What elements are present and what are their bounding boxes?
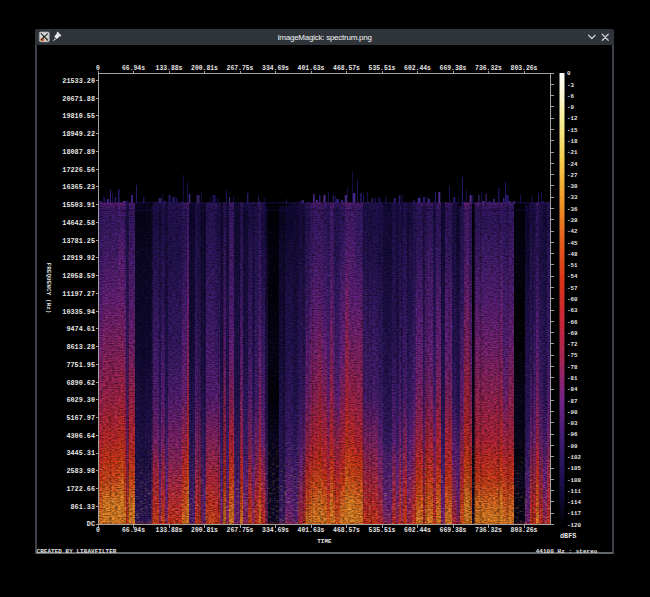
svg-text:2583.98: 2583.98 — [66, 467, 95, 475]
svg-text:-108: -108 — [567, 477, 581, 484]
svg-text:13781.25: 13781.25 — [62, 237, 95, 245]
svg-text:15503.91: 15503.91 — [62, 201, 95, 209]
svg-text:-60: -60 — [567, 296, 578, 303]
svg-text:-54: -54 — [567, 273, 578, 280]
svg-text:TIME: TIME — [317, 538, 332, 545]
svg-text:5167.97: 5167.97 — [66, 414, 95, 422]
svg-text:1722.66: 1722.66 — [66, 485, 95, 493]
svg-text:7751.95: 7751.95 — [66, 361, 95, 369]
svg-text:-81: -81 — [567, 375, 578, 382]
svg-text:267.75s: 267.75s — [227, 527, 254, 534]
svg-text:-36: -36 — [567, 206, 578, 213]
svg-text:-78: -78 — [567, 364, 578, 371]
svg-text:12058.59: 12058.59 — [62, 272, 95, 280]
svg-text:6029.30: 6029.30 — [66, 396, 95, 404]
svg-text:535.51s: 535.51s — [369, 65, 396, 72]
svg-text:-72: -72 — [567, 341, 578, 348]
svg-text:-102: -102 — [567, 454, 581, 461]
svg-text:10335.94: 10335.94 — [62, 308, 95, 316]
svg-text:-15: -15 — [567, 127, 578, 134]
svg-text:-57: -57 — [567, 285, 578, 292]
svg-text:133.88s: 133.88s — [156, 65, 183, 72]
svg-text:-24: -24 — [567, 161, 578, 168]
svg-text:602.44s: 602.44s — [404, 527, 431, 534]
svg-text:267.75s: 267.75s — [227, 65, 254, 72]
svg-text:DC: DC — [87, 520, 95, 528]
svg-text:-75: -75 — [567, 352, 578, 359]
svg-text:44100 Hz : stereo: 44100 Hz : stereo — [536, 548, 598, 555]
svg-text:-33: -33 — [567, 194, 578, 201]
svg-text:-51: -51 — [567, 262, 578, 269]
svg-text:-90: -90 — [567, 409, 578, 416]
svg-text:-105: -105 — [567, 465, 581, 472]
svg-text:0: 0 — [96, 65, 100, 72]
svg-text:11197.27: 11197.27 — [62, 290, 95, 298]
svg-text:8613.28: 8613.28 — [66, 343, 95, 351]
svg-text:669.38s: 669.38s — [440, 65, 467, 72]
svg-text:-66: -66 — [567, 319, 578, 326]
svg-text:-96: -96 — [567, 431, 578, 438]
svg-text:19810.55: 19810.55 — [62, 112, 95, 120]
svg-text:-93: -93 — [567, 420, 578, 427]
svg-text:133.88s: 133.88s — [156, 527, 183, 534]
svg-text:14642.58: 14642.58 — [62, 219, 95, 227]
svg-text:-111: -111 — [567, 488, 581, 495]
svg-text:dBFS: dBFS — [560, 532, 576, 540]
svg-text:-99: -99 — [567, 443, 578, 450]
svg-text:-9: -9 — [567, 104, 574, 111]
svg-text:401.63s: 401.63s — [298, 65, 325, 72]
svg-text:66.94s: 66.94s — [122, 527, 145, 534]
svg-text:18949.22: 18949.22 — [62, 130, 95, 138]
svg-text:18087.89: 18087.89 — [62, 148, 95, 156]
svg-text:-48: -48 — [567, 251, 578, 258]
svg-text:4306.64: 4306.64 — [66, 432, 95, 440]
svg-text:0: 0 — [567, 70, 571, 77]
svg-text:861.33: 861.33 — [71, 503, 95, 511]
svg-text:-21: -21 — [567, 149, 578, 156]
svg-text:0: 0 — [96, 527, 100, 534]
svg-text:-63: -63 — [567, 307, 578, 314]
svg-text:-117: -117 — [567, 510, 581, 517]
svg-text:669.38s: 669.38s — [440, 527, 467, 534]
svg-text:6890.62: 6890.62 — [66, 379, 95, 387]
svg-text:3445.31: 3445.31 — [66, 449, 95, 457]
svg-text:-87: -87 — [567, 398, 578, 405]
svg-text:FREQUENCY (Hz): FREQUENCY (Hz) — [45, 263, 52, 314]
svg-text:-39: -39 — [567, 217, 578, 224]
svg-text:-69: -69 — [567, 330, 578, 337]
svg-text:200.81s: 200.81s — [191, 527, 218, 534]
svg-text:17226.56: 17226.56 — [62, 166, 95, 174]
svg-text:20671.88: 20671.88 — [62, 95, 95, 103]
svg-text:-30: -30 — [567, 183, 578, 190]
svg-text:803.26s: 803.26s — [511, 65, 538, 72]
svg-text:-42: -42 — [567, 228, 578, 235]
svg-text:-3: -3 — [567, 82, 574, 89]
svg-text:401.63s: 401.63s — [298, 527, 325, 534]
svg-text:-114: -114 — [567, 499, 581, 506]
svg-text:-12: -12 — [567, 115, 578, 122]
svg-text:-18: -18 — [567, 138, 578, 145]
svg-text:736.32s: 736.32s — [475, 65, 502, 72]
svg-text:334.69s: 334.69s — [262, 65, 289, 72]
svg-text:CREATED BY LIBAVFILTER: CREATED BY LIBAVFILTER — [37, 548, 117, 555]
svg-text:-6: -6 — [567, 93, 574, 100]
svg-text:21533.20: 21533.20 — [62, 77, 95, 85]
svg-text:602.44s: 602.44s — [404, 65, 431, 72]
svg-text:736.32s: 736.32s — [475, 527, 502, 534]
svg-text:200.81s: 200.81s — [191, 65, 218, 72]
svg-text:803.26s: 803.26s — [511, 527, 538, 534]
svg-text:-120: -120 — [567, 522, 581, 529]
svg-text:-45: -45 — [567, 240, 578, 247]
svg-text:9474.61: 9474.61 — [66, 325, 95, 333]
svg-text:-84: -84 — [567, 386, 578, 393]
svg-text:66.94s: 66.94s — [122, 65, 145, 72]
svg-text:468.57s: 468.57s — [333, 65, 360, 72]
svg-text:12919.92: 12919.92 — [62, 254, 95, 262]
svg-text:468.57s: 468.57s — [333, 527, 360, 534]
svg-text:334.69s: 334.69s — [262, 527, 289, 534]
svg-text:16365.23: 16365.23 — [62, 183, 95, 191]
svg-text:-27: -27 — [567, 172, 578, 179]
svg-text:535.51s: 535.51s — [369, 527, 396, 534]
